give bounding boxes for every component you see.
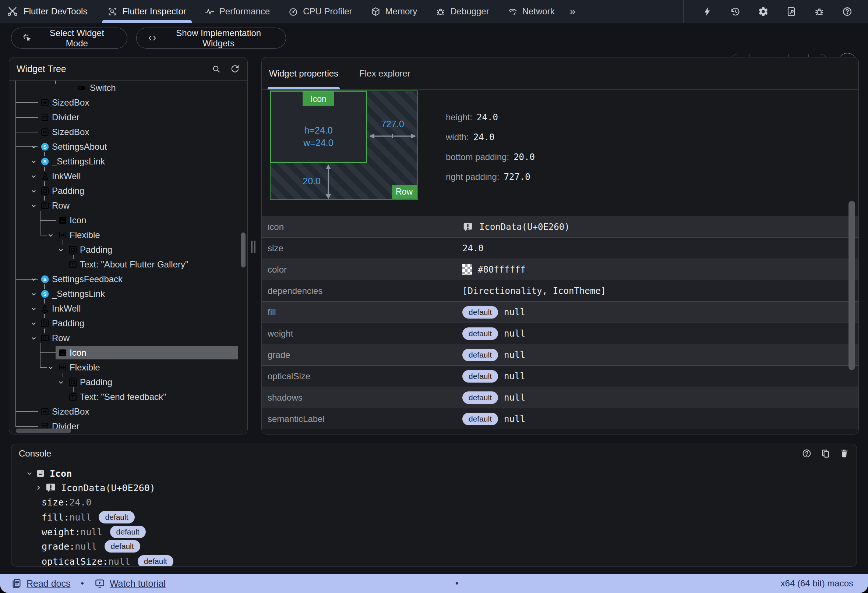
chevron-down-icon[interactable] [47, 360, 54, 375]
default-badge: default [462, 391, 498, 404]
tree-row-icon[interactable]: Icon [9, 213, 247, 228]
property-row-grade[interactable]: gradedefaultnull [262, 344, 858, 365]
tree-vertical-scrollbar[interactable] [241, 232, 245, 268]
refresh-icon[interactable] [230, 64, 240, 74]
chevron-down-icon[interactable] [31, 301, 37, 316]
trash-icon[interactable] [839, 449, 849, 458]
select-widget-mode-button[interactable]: Select Widget Mode [11, 28, 127, 49]
app-title: Flutter DevTools [24, 6, 87, 16]
tree-row-sizedbox[interactable]: SizedBox [9, 95, 247, 110]
tree-row-settingsabout[interactable]: SSettingsAbout [9, 140, 247, 154]
chevron-down-icon[interactable] [26, 470, 33, 477]
property-row-icon[interactable]: iconIconData(U+0E260) [262, 216, 858, 237]
tree-row-sizedbox[interactable]: SizedBox [9, 125, 247, 140]
tree-row-settingslink[interactable]: S_SettingsLink [9, 154, 247, 169]
chevron-down-icon[interactable] [58, 243, 64, 257]
tab-flutter-inspector[interactable]: Flutter Inspector [98, 0, 195, 23]
tree-row-icon[interactable]: Icon [9, 346, 247, 360]
chevron-down-icon[interactable] [31, 272, 37, 287]
tab-flex-explorer[interactable]: Flex explorer [359, 57, 410, 90]
tree-row-padding[interactable]: Padding [9, 184, 247, 198]
console-line-icon[interactable]: Icon [12, 466, 856, 481]
panel-resize-handle[interactable] [251, 241, 255, 253]
property-row-semanticlabel[interactable]: semanticLabeldefaultnull [262, 408, 858, 429]
property-row-size[interactable]: size24.0 [262, 237, 858, 259]
tree-horizontal-scrollbar[interactable] [16, 428, 71, 433]
bottom-padding-arrow [324, 164, 332, 199]
tree-row-switch[interactable]: Switch [9, 81, 247, 95]
read-docs-link[interactable]: Read docs [27, 578, 71, 589]
tree-row-text-about-flutter-gallery[interactable]: Text: "About Flutter Gallery" [9, 257, 247, 272]
tree-row-inkwell[interactable]: InkWell [9, 169, 247, 184]
chevron-down-icon[interactable] [58, 375, 64, 390]
chevron-down-icon[interactable] [31, 198, 37, 213]
property-row-weight[interactable]: weightdefaultnull [262, 322, 858, 344]
property-value-cell: defaultnull [462, 302, 525, 323]
tab-cpu-profiler[interactable]: CPU Profiler [279, 0, 361, 23]
tree-row-row[interactable]: Row [9, 198, 247, 213]
report-bug-icon[interactable] [814, 6, 825, 17]
tab-widget-properties[interactable]: Widget properties [269, 57, 338, 90]
console-line-size: size: 24.0 [12, 495, 856, 509]
imageicon-icon [58, 213, 67, 228]
chevron-down-icon[interactable] [31, 331, 37, 346]
help-icon[interactable] [802, 449, 812, 458]
property-row-opticalsize[interactable]: opticalSizedefaultnull [262, 365, 858, 387]
property-value: null [504, 328, 525, 339]
tree-row-sizedbox[interactable]: SizedBox [9, 404, 247, 419]
search-icon[interactable] [211, 64, 221, 74]
copy-icon[interactable] [821, 449, 830, 458]
layout-widget-box[interactable]: Icon h=24.0w=24.0 [270, 90, 367, 163]
tree-row-label: Padding [80, 375, 112, 390]
tree-row-label: _SettingsLink [52, 154, 105, 169]
tree-row-padding[interactable]: Padding [9, 375, 247, 390]
layout-parent-label: Row [392, 185, 417, 199]
tree-row-row[interactable]: Row [9, 331, 247, 346]
show-implementation-widgets-button[interactable]: Show Implementation Widgets [136, 28, 286, 49]
chevron-down-icon[interactable] [31, 287, 37, 301]
tree-row-inkwell[interactable]: InkWell [9, 301, 247, 316]
property-row-dependencies[interactable]: dependencies[Directionality, IconTheme] [262, 280, 858, 301]
console-line-icondata-u-0e260[interactable]: IconData(U+0E260) [12, 480, 856, 495]
tab-performance[interactable]: Performance [195, 0, 279, 23]
tree-row-padding[interactable]: Padding [9, 316, 247, 331]
chevron-down-icon[interactable] [31, 316, 37, 331]
tab-memory[interactable]: Memory [362, 0, 427, 23]
bubble-icon [45, 482, 57, 494]
window-corner [860, 585, 868, 593]
properties-scrollbar[interactable] [849, 201, 855, 370]
settings-gear-icon[interactable] [758, 6, 769, 17]
console-line-grade: grade: nulldefault [12, 539, 856, 554]
select-widget-mode-label: Select Widget Mode [38, 28, 116, 49]
svg-text:S: S [43, 277, 46, 282]
tree-row-label: Text: "Send feedback" [80, 390, 166, 404]
property-row-fill[interactable]: filldefaultnull [262, 301, 858, 322]
right-padding-arrow [369, 132, 417, 140]
stateful-icon: S [40, 287, 50, 301]
hot-reload-bolt-icon[interactable] [702, 6, 713, 17]
tree-row-divider[interactable]: Divider [9, 110, 247, 125]
summary-value: 24.0 [473, 132, 495, 142]
tree-row-flexible[interactable]: Flexible [9, 360, 247, 375]
flexible-icon [58, 228, 67, 243]
chevron-down-icon[interactable] [31, 154, 37, 169]
devtools-extensions-icon[interactable] [786, 6, 797, 17]
tree-row-flexible[interactable]: Flexible [9, 228, 247, 243]
tab-debugger[interactable]: Debugger [426, 0, 498, 23]
chevron-down-icon[interactable] [31, 184, 37, 198]
tab-network[interactable]: Network [498, 0, 564, 23]
watch-tutorial-link[interactable]: Watch tutorial [110, 578, 166, 589]
chevron-down-icon[interactable] [47, 228, 54, 243]
chevron-right-icon[interactable] [35, 484, 42, 491]
chevron-down-icon[interactable] [31, 169, 37, 184]
property-row-color[interactable]: color#80ffffff [262, 259, 858, 280]
tree-row-settingsfeedback[interactable]: SSettingsFeedback [9, 272, 247, 287]
hot-restart-history-icon[interactable] [730, 6, 741, 17]
tree-row-settingslink[interactable]: S_SettingsLink [9, 287, 247, 301]
chevron-down-icon[interactable] [31, 140, 37, 154]
help-icon[interactable] [842, 6, 853, 17]
tab-overflow-button[interactable]: » [564, 0, 582, 23]
property-row-shadows[interactable]: shadowsdefaultnull [262, 387, 858, 408]
tree-row-padding[interactable]: Padding [9, 243, 247, 257]
tree-row-text-send-feedback[interactable]: Text: "Send feedback" [9, 390, 247, 404]
